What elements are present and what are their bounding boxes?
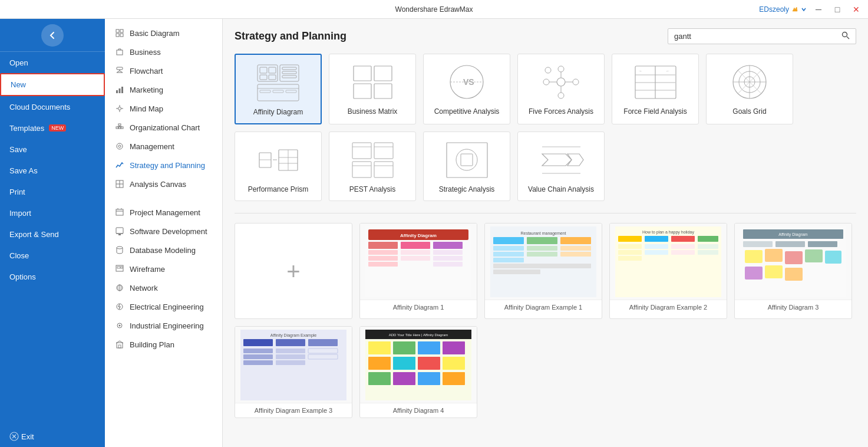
- cat-org[interactable]: Organizational Chart: [105, 118, 222, 137]
- exit-icon: [9, 432, 19, 441]
- diagram-card-force-field[interactable]: → ← Force Field Analysis: [612, 54, 699, 124]
- svg-rect-66: [354, 66, 371, 81]
- svg-rect-177: [765, 265, 783, 278]
- svg-rect-200: [368, 357, 391, 370]
- crown-icon: [791, 6, 798, 13]
- close-button[interactable]: ✕: [849, 2, 863, 17]
- cat-building[interactable]: Building Plan: [105, 335, 222, 354]
- svg-rect-4: [116, 29, 119, 32]
- cat-industrial[interactable]: Industrial Engineering: [105, 316, 222, 335]
- user-menu[interactable]: EDszeoly: [759, 5, 807, 14]
- cat-business[interactable]: Business: [105, 42, 222, 61]
- svg-rect-186: [243, 360, 273, 365]
- cat-project[interactable]: Project Management: [105, 203, 222, 222]
- diagram-card-value-chain[interactable]: Value Chain Analysis: [517, 132, 605, 201]
- svg-rect-168: [743, 241, 773, 247]
- sidebar-item-close[interactable]: Close: [0, 245, 105, 266]
- cat-strategy[interactable]: Strategy and Planning: [105, 156, 222, 175]
- cat-basic[interactable]: Basic Diagram: [105, 24, 222, 42]
- diagram-card-five-forces[interactable]: Five Forces Analysis: [517, 54, 605, 124]
- cat-mindmap[interactable]: Mind Map: [105, 99, 222, 118]
- cat-analysis[interactable]: Analysis Canvas: [105, 175, 222, 193]
- sidebar-back[interactable]: [0, 19, 105, 52]
- svg-rect-204: [368, 372, 391, 385]
- svg-rect-185: [243, 354, 273, 359]
- analysis-icon: [114, 179, 125, 189]
- svg-rect-201: [393, 357, 415, 370]
- minimize-button[interactable]: ─: [811, 2, 826, 17]
- cat-software[interactable]: Software Development: [105, 222, 222, 241]
- wireframe-icon: [114, 264, 125, 274]
- pest-label: PEST Analysis: [349, 185, 395, 193]
- sidebar-item-print[interactable]: Print: [0, 181, 105, 202]
- template-affinity1[interactable]: Affinity Diagram: [359, 223, 477, 319]
- cat-flowchart[interactable]: Flowchart: [105, 61, 222, 80]
- diagram-card-performance-prism[interactable]: Performance Prism: [235, 132, 322, 201]
- template-new-blank[interactable]: +: [235, 223, 352, 319]
- sidebar-item-export[interactable]: Export & Send: [0, 224, 105, 245]
- sidebar-item-templates[interactable]: Templates NEW: [0, 117, 105, 139]
- template-affinity4[interactable]: ADD Your Title Here | Affinity Diagram A…: [359, 326, 477, 418]
- template-affinity-ex1-thumb: Restaurant management: [485, 224, 602, 300]
- diagram-card-business-matrix[interactable]: Business Matrix: [329, 54, 416, 124]
- cat-marketing[interactable]: Marketing: [105, 80, 222, 99]
- template-affinity3[interactable]: Affinity Diagram: [734, 223, 852, 319]
- svg-point-78: [545, 67, 551, 73]
- svg-rect-196: [368, 341, 391, 354]
- diagram-card-pest[interactable]: PEST Analysis: [329, 132, 416, 201]
- cat-network[interactable]: Network: [105, 278, 222, 297]
- open-label: Open: [9, 58, 28, 67]
- svg-rect-64: [273, 90, 283, 93]
- template-affinity-ex3[interactable]: Affinity Diagram Example: [235, 326, 352, 418]
- diagram-card-affinity[interactable]: Affinity Diagram: [235, 54, 322, 124]
- svg-rect-163: [698, 244, 718, 249]
- diagram-card-competitive[interactable]: VS Competitive Analysis: [423, 54, 510, 124]
- cat-management[interactable]: Management: [105, 137, 222, 156]
- diagram-card-goals-grid[interactable]: Goals Grid: [706, 54, 793, 124]
- maximize-button[interactable]: □: [830, 2, 844, 17]
- svg-rect-55: [260, 75, 267, 80]
- svg-rect-162: [671, 250, 695, 255]
- svg-rect-23: [116, 127, 118, 129]
- back-button[interactable]: [41, 24, 64, 47]
- svg-rect-198: [418, 341, 440, 354]
- template-affinity-ex1[interactable]: Restaurant management: [484, 223, 602, 319]
- svg-rect-20: [118, 124, 121, 126]
- search-box[interactable]: [668, 28, 856, 44]
- performance-prism-icon: [255, 139, 302, 180]
- svg-rect-108: [374, 143, 393, 159]
- svg-rect-60: [282, 75, 296, 78]
- svg-marker-0: [793, 7, 797, 11]
- diagram-card-strategic[interactable]: Strategic Analysis: [423, 132, 510, 201]
- sidebar-item-open[interactable]: Open: [0, 52, 105, 73]
- sidebar-item-exit[interactable]: Exit: [0, 426, 105, 447]
- search-icon[interactable]: [841, 31, 850, 41]
- org-chart-icon: [114, 122, 125, 133]
- sidebar-item-import[interactable]: Import: [0, 202, 105, 224]
- sidebar-item-save[interactable]: Save: [0, 139, 105, 160]
- svg-rect-13: [119, 88, 121, 93]
- svg-rect-159: [645, 244, 668, 249]
- cat-database[interactable]: Database Modeling: [105, 241, 222, 259]
- sidebar-item-options[interactable]: Options: [0, 266, 105, 287]
- project-icon: [114, 207, 125, 218]
- sidebar-item-cloud[interactable]: Cloud Documents: [0, 96, 105, 117]
- cat-wireframe[interactable]: Wireframe: [105, 259, 222, 278]
- sidebar-item-new[interactable]: New: [0, 73, 105, 96]
- svg-rect-128: [368, 250, 398, 255]
- competitive-label: Competitive Analysis: [434, 107, 500, 116]
- five-forces-label: Five Forces Analysis: [529, 107, 593, 116]
- svg-point-76: [543, 79, 549, 85]
- template-affinity-ex2[interactable]: How to plan a happy holiday: [609, 223, 727, 319]
- category-nav: Basic Diagram Business Flowchart Marketi…: [105, 19, 223, 447]
- svg-line-51: [847, 37, 849, 39]
- svg-text:→: →: [638, 69, 642, 73]
- search-input[interactable]: [674, 32, 838, 41]
- save-as-label: Save As: [9, 166, 38, 175]
- sidebar-item-save-as[interactable]: Save As: [0, 160, 105, 181]
- svg-rect-8: [117, 50, 123, 55]
- cat-electrical[interactable]: Electrical Engineering: [105, 297, 222, 316]
- template-grid: + Affinity Diagram: [235, 223, 856, 418]
- svg-rect-41: [121, 267, 123, 268]
- pest-icon: [349, 139, 396, 180]
